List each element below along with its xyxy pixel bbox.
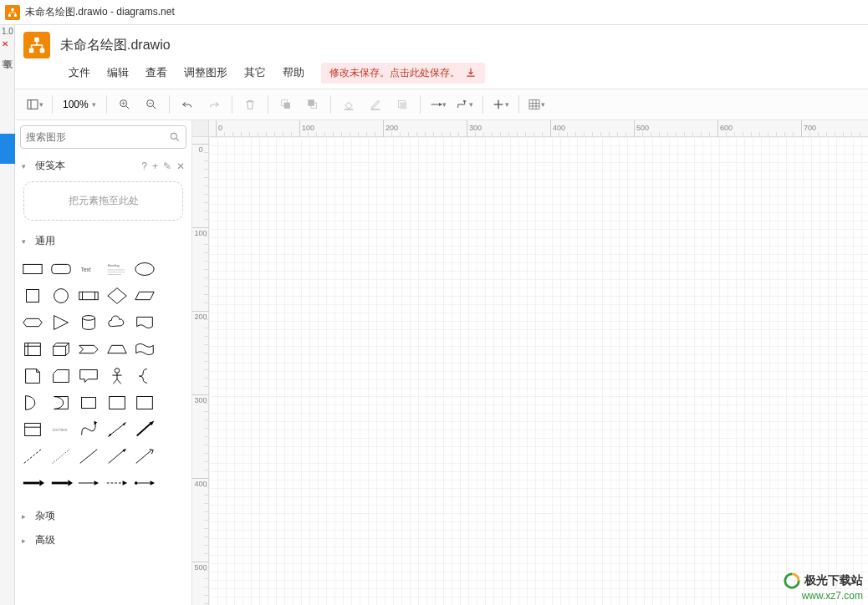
menu-extras[interactable]: 其它 [236,62,274,84]
scratchpad-help-icon[interactable]: ? [141,160,147,172]
shape-callout[interactable] [76,364,101,389]
sidebar-toggle-button[interactable]: ▾ [22,93,47,116]
scratchpad-close-icon[interactable]: ✕ [176,160,185,172]
unsaved-banner[interactable]: 修改未保存。点击此处保存。 [321,63,485,84]
shape-parallelogram[interactable] [132,283,157,308]
table-button[interactable]: ▾ [524,93,549,116]
shape-search[interactable] [20,125,186,149]
shape-process[interactable] [76,283,101,308]
shape-document[interactable] [132,310,157,335]
zoom-out-button[interactable] [139,93,164,116]
scratchpad-edit-icon[interactable]: ✎ [163,160,171,172]
insert-button[interactable]: ▾ [488,93,513,116]
panel-advanced-header[interactable]: ▸ 高级 [15,528,191,552]
connection-style-button[interactable]: ▾ [426,93,451,116]
shape-hexagon[interactable] [20,310,45,335]
fill-color-button[interactable] [336,93,361,116]
shape-diamond[interactable] [105,283,130,308]
svg-line-9 [126,106,129,109]
zoom-in-button[interactable] [112,93,137,116]
shape-line[interactable] [76,444,101,469]
shape-container[interactable] [105,390,130,415]
shape-cylinder[interactable] [76,310,101,335]
svg-rect-28 [529,100,539,109]
menu-view[interactable]: 查看 [137,62,176,84]
close-x-icon: ✕ [0,38,14,50]
menu-help[interactable]: 帮助 [274,62,313,84]
shape-square[interactable] [20,283,45,308]
shape-list[interactable] [20,417,45,442]
shape-card[interactable] [49,364,74,389]
svg-rect-6 [28,100,38,109]
shape-text[interactable]: Text [76,257,101,282]
waypoint-style-button[interactable]: ▾ [452,93,477,116]
shape-curve[interactable] [76,417,101,442]
shape-dashed-line[interactable] [20,444,45,469]
shape-or[interactable] [20,390,45,415]
shape-circle[interactable] [49,283,74,308]
shape-and[interactable] [49,390,74,415]
shape-connector1[interactable] [20,470,45,496]
shape-tape[interactable] [132,337,157,362]
shape-actor[interactable] [105,364,130,389]
shape-data-storage[interactable] [76,390,101,415]
svg-line-34 [176,139,179,141]
svg-rect-18 [308,100,314,106]
zoom-dropdown[interactable]: 100%▾ [58,99,101,110]
redo-button[interactable] [202,93,227,116]
canvas-area[interactable]: 0100200300400500600700 0100200300400500 [192,120,868,605]
shape-triangle[interactable] [49,310,74,335]
undo-button[interactable] [175,93,200,116]
shape-note[interactable] [20,364,45,389]
shape-cube[interactable] [49,337,74,362]
shape-connector4[interactable] [105,470,130,496]
to-front-button[interactable] [273,93,299,116]
panel-scratchpad-header[interactable]: ▾ 便笺本 ? + ✎ ✕ [15,154,191,178]
shape-connector2[interactable] [49,470,74,496]
svg-marker-50 [23,318,42,326]
shape-connector3[interactable] [76,470,101,496]
doc-title[interactable]: 未命名绘图.drawio [60,37,171,54]
shape-dotted-line[interactable] [49,444,74,469]
chevron-down-icon: ▾ [22,162,30,170]
unsaved-banner-text: 修改未保存。点击此处保存。 [329,66,460,80]
shape-rounded-rectangle[interactable] [49,257,74,282]
shape-trapezoid[interactable] [105,337,130,362]
shape-search-input[interactable] [26,131,169,143]
svg-point-42 [135,263,154,276]
menu-arrange[interactable]: 调整图形 [176,62,236,84]
shadow-button[interactable] [390,93,415,116]
line-color-button[interactable] [363,93,388,116]
panel-misc-header[interactable]: ▸ 杂项 [15,504,191,528]
shape-rectangle[interactable] [20,257,45,282]
shape-container2[interactable] [132,390,157,415]
shape-line-open-arrow[interactable] [132,444,157,469]
shape-line-arrow2[interactable] [105,444,130,469]
shape-arrow[interactable] [132,417,157,442]
canvas-grid[interactable] [209,137,868,605]
svg-rect-5 [40,48,44,53]
menubar: 文件 编辑 查看 调整图形 其它 帮助 修改未保存。点击此处保存。 [15,58,868,89]
to-back-button[interactable] [300,93,325,116]
shape-internal-storage[interactable] [20,337,45,362]
shape-list-item[interactable]: List Item [49,417,74,442]
shape-ellipse[interactable] [132,257,157,282]
scratchpad-dropzone[interactable]: 把元素拖至此处 [23,181,183,221]
shape-step[interactable] [76,337,101,362]
svg-rect-3 [34,38,39,43]
menu-file[interactable]: 文件 [60,62,99,84]
shape-bidir-arrow[interactable] [105,417,130,442]
panel-general-header[interactable]: ▾ 通用 [15,229,191,253]
shape-palette-general: Text Heading [15,253,191,504]
shape-connector5[interactable] [132,470,157,496]
host-badge [0,134,15,164]
svg-marker-82 [39,480,44,486]
menu-edit[interactable]: 编辑 [99,62,137,84]
shape-curly-bracket[interactable] [132,364,157,389]
scratchpad-add-icon[interactable]: + [152,160,158,172]
delete-button[interactable] [237,93,263,116]
shape-textbox[interactable]: Heading [105,257,130,282]
shape-cloud[interactable] [105,310,130,335]
svg-rect-22 [400,102,406,109]
app-icon [5,5,20,20]
